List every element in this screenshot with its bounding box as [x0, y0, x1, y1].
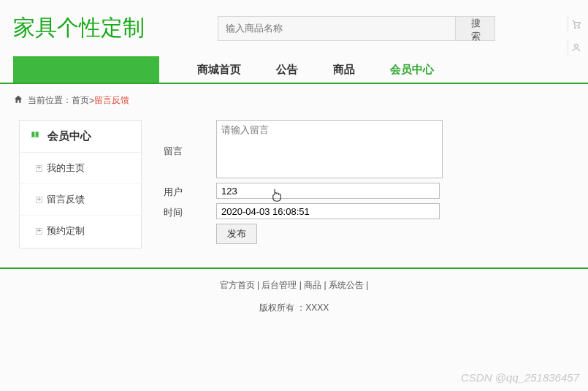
nav-notice[interactable]: 公告	[259, 56, 316, 83]
sidebar-item-label: 预约定制	[47, 224, 85, 238]
sidebar-item-label: 留言反馈	[47, 193, 85, 206]
watermark: CSDN @qq_251836457	[461, 371, 579, 384]
sidebar-item-myhome[interactable]: + 我的主页	[20, 153, 141, 184]
svg-point-1	[578, 27, 579, 29]
nav-home[interactable]: 商城首页	[180, 56, 259, 83]
footer: 官方首页 | 后台管理 | 商品 | 系统公告 | 版权所有 ：XXXX	[0, 269, 588, 314]
plus-icon: +	[36, 197, 42, 203]
nav-goods[interactable]: 商品	[316, 56, 373, 83]
footer-copyright: 版权所有 ：XXXX	[0, 302, 588, 314]
footer-link-notice[interactable]: 系统公告	[329, 280, 364, 290]
footer-sep: |	[255, 280, 262, 290]
user-icon[interactable]	[568, 39, 584, 56]
site-logo: 家具个性定制	[13, 13, 203, 43]
main-nav: 商城首页 公告 商品 会员中心	[159, 56, 451, 83]
breadcrumb-sep: >	[89, 96, 94, 106]
svg-point-0	[574, 27, 576, 29]
sidebar-title-label: 会员中心	[47, 129, 91, 143]
footer-sep: |	[297, 280, 304, 290]
message-textarea[interactable]	[216, 120, 443, 178]
book-icon	[30, 130, 40, 143]
plus-icon: +	[36, 228, 42, 235]
breadcrumb-home[interactable]: 首页	[72, 94, 89, 107]
sidebar-title: 会员中心	[20, 121, 141, 153]
user-label: 用户	[164, 183, 216, 199]
sidebar: 会员中心 + 我的主页 + 留言反馈 + 预约定制	[19, 120, 142, 248]
message-label: 留言	[164, 120, 216, 158]
sidebar-item-feedback[interactable]: + 留言反馈	[20, 184, 141, 216]
cart-icon[interactable]	[568, 16, 584, 32]
footer-sep: |	[364, 280, 368, 290]
svg-point-2	[574, 44, 578, 48]
nav-member[interactable]: 会员中心	[373, 56, 451, 83]
footer-sep: |	[321, 280, 329, 290]
footer-link-goods[interactable]: 商品	[304, 280, 321, 290]
time-label: 时间	[164, 203, 216, 219]
feedback-form: 留言 用户 时间 发布	[142, 120, 575, 248]
sidebar-item-custom[interactable]: + 预约定制	[20, 216, 141, 246]
time-field[interactable]	[216, 203, 440, 219]
footer-link-home[interactable]: 官方首页	[220, 280, 255, 290]
breadcrumb-current: 留言反馈	[94, 94, 129, 107]
plus-icon: +	[36, 165, 42, 172]
publish-button[interactable]: 发布	[216, 224, 257, 244]
nav-category-block[interactable]	[13, 56, 159, 83]
home-icon	[13, 94, 23, 107]
footer-link-admin[interactable]: 后台管理	[261, 280, 297, 290]
search-input[interactable]	[218, 16, 456, 41]
user-field[interactable]	[216, 183, 440, 199]
breadcrumb: 当前位置： 首页 > 留言反馈	[0, 84, 588, 117]
search-button[interactable]: 搜 索	[456, 16, 495, 41]
breadcrumb-prefix: 当前位置：	[28, 94, 72, 107]
sidebar-item-label: 我的主页	[47, 162, 85, 175]
